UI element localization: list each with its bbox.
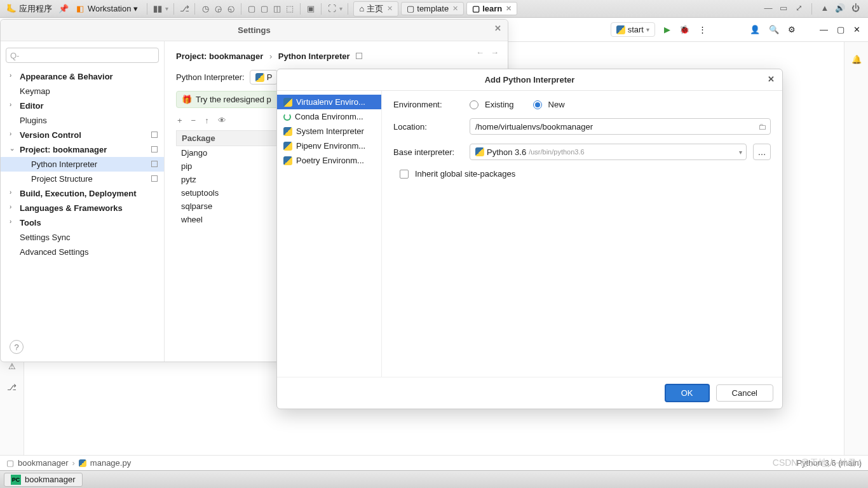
python-icon (79, 459, 86, 467)
breadcrumb-file[interactable]: manage.py (90, 458, 131, 468)
pin-icon[interactable]: 📌 (58, 4, 69, 14)
tab-home[interactable]: ⌂主页✕ (353, 1, 398, 17)
fullscreen-icon[interactable]: ⛶ (327, 4, 337, 14)
back-icon[interactable]: ← (476, 48, 484, 57)
nav-project-structure[interactable]: Project Structure (1, 172, 164, 186)
layout4-icon[interactable]: ⬚ (285, 4, 295, 14)
snapshot-icon[interactable]: ◶ (213, 4, 223, 14)
interpreter-label: Python Interpreter: (176, 72, 245, 82)
upgrade-package-icon[interactable]: ↑ (205, 116, 209, 125)
search-icon[interactable]: 🔍 (769, 25, 779, 34)
folder-icon[interactable]: 🗀 (758, 122, 766, 132)
type-conda[interactable]: Conda Environm... (277, 109, 381, 124)
window-minimize-icon[interactable]: — (820, 25, 828, 34)
nav-keymap[interactable]: Keymap (1, 84, 164, 98)
nav-settings-sync[interactable]: Settings Sync (1, 230, 164, 245)
radio-existing[interactable] (470, 100, 478, 109)
notifications-icon[interactable]: 🔔 (851, 55, 862, 455)
nav-advanced[interactable]: Advanced Settings (1, 245, 164, 259)
minimize-icon[interactable]: — (763, 3, 773, 13)
close-icon[interactable]: ✕ (768, 74, 775, 84)
run-config-selector[interactable]: start ▾ (611, 22, 655, 37)
forward-icon[interactable]: → (491, 48, 499, 57)
pause-icon[interactable]: ▮▮ (153, 4, 163, 14)
nav-languages[interactable]: ›Languages & Frameworks (1, 201, 164, 215)
dialog-form: Environment: Existing New Location: /hom… (382, 91, 782, 377)
ok-button[interactable]: OK (665, 384, 710, 402)
add-package-icon[interactable]: + (177, 116, 182, 125)
tree-icon[interactable]: ⎇ (179, 4, 189, 14)
clock2-icon[interactable]: ◵ (226, 4, 236, 14)
apps-label: 应用程序 (19, 3, 52, 15)
layout3-icon[interactable]: ◫ (272, 4, 282, 14)
dialog-titlebar: Add Python Interpreter ✕ (277, 69, 782, 91)
pycharm-icon: PC (11, 475, 21, 485)
vcs-tool-icon[interactable]: ⎇ (7, 383, 17, 392)
breadcrumb-project[interactable]: bookmanager (18, 458, 69, 468)
eye-icon[interactable]: 👁 (218, 116, 226, 125)
nav-tools[interactable]: ›Tools (1, 215, 164, 230)
restore-icon[interactable]: ▭ (778, 3, 789, 13)
type-poetry[interactable]: Poetry Environm... (277, 153, 381, 168)
nav-project[interactable]: ⌄Project: bookmanager (1, 142, 164, 157)
type-virtualenv[interactable]: Virtualenv Enviro... (277, 95, 381, 109)
run-icon[interactable]: ▶ (664, 25, 670, 34)
remove-package-icon[interactable]: − (191, 116, 196, 125)
nav-build[interactable]: ›Build, Execution, Deployment (1, 186, 164, 201)
workstation-menu[interactable]: ◧ Workstation ▾ (71, 4, 142, 14)
window-maximize-icon[interactable]: ▢ (837, 25, 844, 34)
base-interpreter-label: Base interpreter: (393, 147, 463, 157)
inherit-checkbox[interactable] (400, 170, 409, 179)
type-system[interactable]: System Interpreter (277, 124, 381, 139)
nav-version-control[interactable]: ›Version Control (1, 128, 164, 142)
window-close-icon[interactable]: ✕ (853, 25, 860, 34)
gear-icon[interactable]: ⚙ (788, 25, 796, 34)
settings-nav: Q- ›Appearance & Behavior Keymap ›Editor… (1, 41, 165, 362)
close-icon[interactable]: ✕ (452, 4, 458, 13)
terminal-icon[interactable]: ▣ (306, 4, 316, 14)
close-icon[interactable]: ✕ (506, 4, 512, 13)
tab-template[interactable]: ▢template✕ (401, 2, 464, 15)
power-icon[interactable]: ⏻ (850, 3, 860, 13)
base-interpreter-select[interactable]: Python 3.6 /usr/bin/python3.6 ▾ (470, 144, 747, 160)
applications-menu[interactable]: 🦶 应用程序 (3, 3, 56, 15)
nav-python-interpreter[interactable]: Python Interpreter (1, 157, 164, 172)
nav-plugins[interactable]: Plugins (1, 113, 164, 128)
type-pipenv[interactable]: Pipenv Environm... (277, 139, 381, 153)
layout1-icon[interactable]: ▢ (247, 4, 257, 14)
interpreter-select[interactable]: P (250, 70, 278, 85)
clock-icon[interactable]: ◷ (200, 4, 210, 14)
expand-icon[interactable]: ⤢ (794, 3, 804, 13)
python-icon (283, 127, 292, 136)
os-topbar: 🦶 应用程序 📌 ◧ Workstation ▾ ▮▮ ▾ ⎇ ◷ ◶ ◵ ▢ … (0, 0, 868, 18)
settings-search-input[interactable]: Q- (6, 48, 159, 63)
vm-icon: ▢ (407, 4, 414, 13)
new-label: New (548, 100, 565, 109)
project-icon: ▢ (6, 458, 14, 468)
close-icon[interactable]: ✕ (494, 24, 501, 33)
network-icon[interactable]: ▲ (820, 3, 830, 13)
python-icon (283, 156, 292, 165)
browse-button[interactable]: … (753, 144, 771, 160)
nav-appearance[interactable]: ›Appearance & Behavior (1, 69, 164, 84)
layout2-icon[interactable]: ▢ (259, 4, 269, 14)
user-icon[interactable]: 👤 (750, 25, 760, 34)
home-icon: ⌂ (359, 4, 364, 13)
problems-tool-icon[interactable]: ⚠ (8, 362, 16, 371)
close-icon[interactable]: ✕ (387, 4, 393, 13)
vm-icon: ▢ (472, 4, 480, 13)
cancel-button[interactable]: Cancel (716, 384, 773, 402)
apps-icon: 🦶 (6, 4, 17, 14)
debug-icon[interactable]: 🐞 (679, 25, 689, 34)
help-icon[interactable]: ? (10, 340, 24, 354)
volume-icon[interactable]: 🔊 (835, 3, 845, 13)
location-input[interactable]: /home/virtualenvs/bookmanager 🗀 (470, 118, 771, 135)
nav-editor[interactable]: ›Editor (1, 98, 164, 113)
more-icon[interactable]: ⋮ (698, 25, 707, 34)
python-icon (255, 73, 264, 82)
taskbar-item[interactable]: PC bookmanager (4, 473, 83, 487)
chevron-down-icon: ▾ (165, 5, 168, 12)
tab-learn[interactable]: ▢learn✕ (466, 2, 517, 15)
radio-new[interactable] (533, 100, 542, 109)
gift-icon: 🎁 (182, 95, 192, 104)
